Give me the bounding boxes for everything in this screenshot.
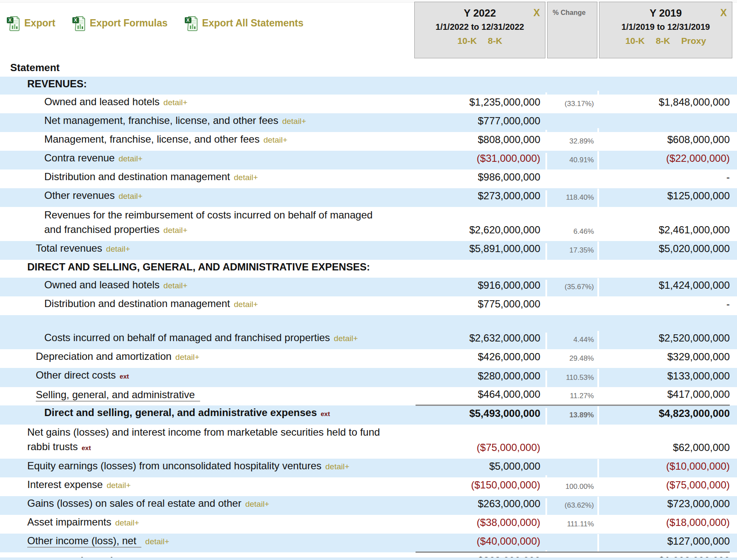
row-label: Revenues for the reimbursement of costs … [44,209,373,235]
row-label: Costs incurred on behalf of managed and … [44,332,330,343]
export-button[interactable]: XExport [7,15,55,31]
row-label-cell: Revenues for the reimbursement of costs … [0,208,414,241]
detail-link[interactable]: detail+ [118,192,143,201]
detail-link[interactable]: detail+ [334,334,358,343]
row-label-cell: Equity earnings (losses) from unconsolid… [0,459,414,477]
detail-link[interactable]: detail+ [145,537,169,546]
row-label-cell: Owned and leased hotelsdetail+ [0,95,414,113]
pct-change-cell: 110.53% [545,370,597,387]
value-y2019-cell: - [597,170,737,188]
detail-link[interactable]: detail+ [163,98,188,107]
value-y2019-cell: $723,000,000 [597,497,737,515]
detail-link[interactable]: detail+ [264,135,288,144]
detail-link[interactable]: detail+ [106,244,130,253]
table-row-net-management-franchise-license-and-oth: Net management, franchise, license, and … [0,113,737,132]
excel-icon: X [7,15,20,31]
row-label: Owned and leased hotels [44,96,160,107]
row-label-cell: Distribution and destination managementd… [0,296,414,315]
value-y2019-cell: $133,000,000 [597,369,737,387]
row-label: Other direct costs [36,369,116,381]
ext-link[interactable]: ext [82,444,91,451]
value-y2022-cell: $2,620,000,000 [414,223,545,241]
filing-link-10-k[interactable]: 10-K [457,36,477,46]
detail-link[interactable]: detail+ [118,154,143,163]
table-row-equity-earnings-losses-from-unconsolidat: Equity earnings (losses) from unconsolid… [0,459,737,477]
filing-links: 10-K8-K [415,36,545,46]
close-column-icon[interactable]: X [720,7,727,19]
detail-link[interactable]: detail+ [175,353,200,362]
pct-change-cell: 100.00% [545,480,597,496]
pct-change-cell: 13.89% [545,408,597,425]
value-y2019-cell: - [597,297,737,315]
table-row-owned-and-leased-hotels: Owned and leased hotelsdetail+ $1,235,00… [0,95,737,113]
row-label[interactable]: Selling, general, and administrative [36,389,200,402]
row-label-cell: Asset impairmentsdetail+ [0,515,414,534]
filing-link-proxy[interactable]: Proxy [681,36,706,46]
filing-link-10-k[interactable]: 10-K [625,36,645,46]
detail-link[interactable]: detail+ [115,518,139,527]
value-y2022-cell: $916,000,000 [414,278,545,296]
value-y2019-cell: $417,000,000 [597,387,737,405]
close-column-icon[interactable]: X [533,7,540,19]
row-label: Asset impairments [27,516,111,528]
value-y2022-cell: ($150,000,000) [414,478,545,496]
pct-change-cell: 4.44% [545,333,597,349]
subtotal-rule [416,405,730,406]
statement-table: REVENUES: Owned and leased hotelsdetail+… [0,77,737,560]
statement-viewer: XExportXExport FormulasXExport All State… [0,0,737,560]
value-y2019-cell: $125,000,000 [597,189,737,207]
table-row-other-direct-costs: Other direct costsext $280,000,000 110.5… [0,368,737,387]
row-label: Direct and selling, general, and adminis… [44,407,317,418]
value-y2022-cell: $5,891,000,000 [414,241,545,260]
row-label-cell: Gains (losses) on sales of real estate a… [0,496,414,515]
table-row-other-income-loss-net: Other income (loss), netdetail+ ($40,000… [0,534,737,552]
value-y2022-cell [414,274,545,278]
filing-link-8-k[interactable]: 8-K [656,36,670,46]
row-label-cell: Net management, franchise, license, and … [0,113,414,132]
value-y2019-cell: $1,424,000,000 [597,278,737,296]
filing-link-8-k[interactable]: 8-K [488,36,502,46]
export-formulas-button[interactable]: XExport Formulas [72,15,168,31]
row-label: Owned and leased hotels [44,279,160,290]
detail-link[interactable]: detail+ [234,173,258,182]
value-y2022-cell: ($31,000,000) [414,151,545,169]
table-row-distribution-and-destination-management: Distribution and destination managementd… [0,296,737,315]
row-label-cell: REVENUES: [0,77,414,95]
pct-change-cell: 11.27% [545,389,597,405]
value-y2022-cell: $986,000,000 [414,170,545,188]
pct-change-cell: 111.11% [545,517,597,534]
value-y2019-cell: ($18,000,000) [597,515,737,534]
export-toolbar: XExportXExport FormulasXExport All State… [7,15,304,31]
value-y2022-cell: $280,000,000 [414,369,545,387]
value-y2019-cell: ($22,000,000) [597,151,737,169]
pct-change-cell: 118.40% [545,190,597,207]
row-label: REVENUES: [27,78,87,89]
value-y2022-cell: $5,000,000 [414,459,545,477]
svg-text:X: X [186,17,189,23]
value-y2019-cell: $1,848,000,000 [597,95,737,113]
row-label[interactable]: Other income (loss), net [27,535,141,548]
detail-link[interactable]: detail+ [234,300,258,309]
column-period: 1/1/2022 to 12/31/2022 [415,22,545,32]
detail-link[interactable]: detail+ [245,500,270,508]
row-label-cell: Total revenuesdetail+ [0,241,414,260]
row-label: Equity earnings (losses) from unconsolid… [27,460,321,471]
statement-corner-label: Statement [0,59,737,77]
column-header-y2022: Y 2022 X 1/1/2022 to 12/31/2022 10-K8-K [414,2,545,58]
ext-link[interactable]: ext [120,373,129,380]
row-label-cell: Distribution and destination managementd… [0,169,414,188]
detail-link[interactable]: detail+ [282,117,307,126]
excel-icon: X [72,15,86,31]
value-y2022-cell: $1,235,000,000 [414,95,545,113]
detail-link[interactable]: detail+ [163,226,188,235]
excel-icon: X [185,15,198,31]
row-label: Net gains (losses) and interest income f… [27,426,380,452]
detail-link[interactable]: detail+ [106,481,131,490]
row-label-cell: Management, franchise, license, and othe… [0,132,414,151]
export-all-statements-button[interactable]: XExport All Statements [185,15,304,31]
detail-link[interactable]: detail+ [163,281,188,290]
ext-link[interactable]: ext [321,410,330,417]
detail-link[interactable]: detail+ [325,462,350,471]
column-title: Y 2019 [599,7,732,19]
value-y2022-cell: ($40,000,000) [414,534,545,552]
